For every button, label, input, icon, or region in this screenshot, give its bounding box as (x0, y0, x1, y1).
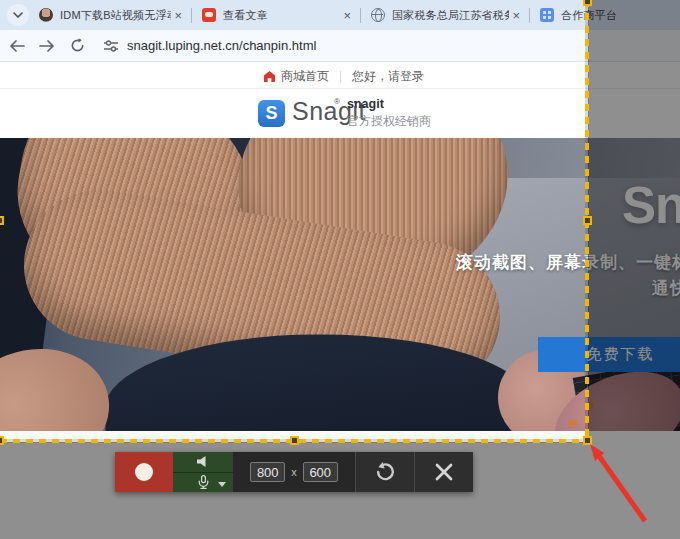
cancel-capture-button[interactable] (415, 452, 473, 492)
selection-handle-top-right[interactable] (583, 0, 592, 6)
avatar-favicon (39, 8, 53, 22)
reload-icon (70, 38, 85, 53)
chevron-down-icon (13, 12, 23, 18)
capture-toolbar: x (115, 452, 473, 492)
topbar-divider (340, 71, 341, 83)
tab-title: 国家税务总局江苏省税务局网 (392, 8, 509, 23)
forward-button[interactable] (34, 33, 60, 59)
system-audio-button[interactable] (173, 452, 233, 473)
site-topbar: 商城首页 您好，请登录 (0, 62, 680, 89)
selection-handle-bottom-mid[interactable] (290, 436, 299, 445)
fingernail (567, 418, 578, 428)
browser-tab-tax[interactable]: 国家税务总局江苏省税务局网 × (361, 0, 529, 30)
restart-selection-button[interactable] (356, 452, 414, 492)
site-settings-icon (104, 40, 118, 52)
restart-icon (374, 461, 396, 483)
record-button[interactable] (115, 452, 173, 492)
blue-grid-favicon (540, 8, 554, 22)
store-home-icon (263, 70, 276, 83)
tab-close-icon[interactable]: × (171, 7, 185, 24)
tab-close-icon[interactable]: × (509, 7, 523, 24)
registered-mark: ® (334, 97, 340, 106)
globe-favicon (371, 8, 385, 22)
tab-close-icon[interactable]: × (340, 7, 354, 24)
microphone-icon (198, 475, 209, 489)
tab-title: IDM下载B站视频无浮动条无声 (60, 8, 171, 23)
selection-handle-mid-right[interactable] (583, 216, 592, 225)
selection-handle-mid-left[interactable] (0, 216, 4, 225)
capture-height-input[interactable] (303, 462, 338, 482)
size-times-label: x (291, 466, 297, 478)
close-icon (435, 463, 453, 481)
browser-toolbar: snagit.luping.net.cn/chanpin.html (0, 30, 680, 62)
selection-handle-bottom-right[interactable] (583, 436, 592, 445)
red-favicon (202, 8, 216, 22)
dealer-description: 官方授权经销商 (347, 113, 431, 130)
url-text: snagit.luping.net.cn/chanpin.html (127, 38, 316, 53)
login-link[interactable]: 您好，请登录 (352, 68, 424, 85)
forward-arrow-icon (39, 40, 55, 52)
selection-handle-bottom-left[interactable] (0, 436, 4, 445)
capture-size-controls: x (233, 452, 355, 492)
tab-title: 查看文章 (223, 8, 340, 23)
tab-search-button[interactable] (7, 4, 29, 26)
site-header: S Snagit ® snagit 官方授权经销商 (0, 89, 680, 138)
capture-width-input[interactable] (250, 462, 285, 482)
mall-home-link[interactable]: 商城首页 (281, 68, 329, 85)
address-bar[interactable]: snagit.luping.net.cn/chanpin.html (104, 38, 316, 53)
speaker-icon (196, 455, 211, 468)
audio-controls (173, 452, 233, 492)
capture-dim-overlay-right (588, 0, 680, 539)
snagit-logo-mark[interactable]: S (258, 100, 285, 127)
hero-banner (0, 138, 680, 431)
back-arrow-icon (9, 40, 25, 52)
browser-tab-strip: IDM下载B站视频无浮动条无声 × 查看文章 × 国家税务总局江苏省税务局网 ×… (0, 0, 680, 30)
dealer-name: snagit (347, 97, 384, 111)
browser-tab-idm[interactable]: IDM下载B站视频无浮动条无声 × (29, 0, 191, 30)
mic-dropdown-caret-icon[interactable] (218, 482, 226, 487)
back-button[interactable] (4, 33, 30, 59)
record-icon (135, 463, 153, 481)
reload-button[interactable] (64, 33, 90, 59)
browser-tab-article[interactable]: 查看文章 × (192, 0, 360, 30)
microphone-button[interactable] (173, 473, 233, 493)
